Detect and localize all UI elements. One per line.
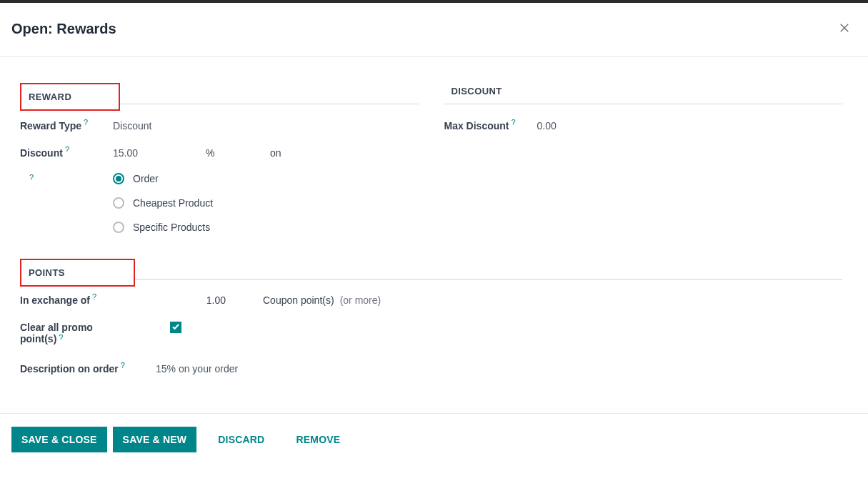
- help-icon[interactable]: ?: [59, 333, 63, 342]
- radio-cheapest-product[interactable]: Cheapest Product: [113, 197, 419, 209]
- discard-button[interactable]: DISCARD: [208, 427, 274, 452]
- exchange-unit: Coupon point(s): [263, 294, 334, 306]
- points-section: POINTS In exchange of? 1.00 Coupon point…: [20, 233, 842, 375]
- max-discount-label: Max Discount?: [444, 120, 537, 132]
- max-discount-value[interactable]: 0.00: [537, 120, 557, 132]
- help-icon[interactable]: ?: [29, 173, 34, 182]
- discount-on-label: on: [270, 147, 281, 159]
- dialog-header: Open: Rewards: [0, 3, 868, 57]
- clear-promo-checkbox[interactable]: [170, 322, 181, 333]
- exchange-label: In exchange of?: [20, 294, 113, 306]
- clear-promo-label: Clear all promo point(s)?: [20, 322, 170, 344]
- discount-row: Discount? 15.00 % on: [20, 147, 419, 159]
- exchange-row: In exchange of? 1.00 Coupon point(s) (or…: [20, 294, 842, 306]
- dialog-body: REWARD Reward Type? Discount Discount? 1…: [0, 57, 868, 389]
- description-value[interactable]: 15% on your order: [156, 363, 238, 375]
- close-icon: [838, 26, 851, 36]
- clear-promo-row: Clear all promo point(s)?: [20, 322, 842, 344]
- help-icon[interactable]: ?: [121, 361, 125, 370]
- max-discount-row: Max Discount? 0.00: [444, 120, 843, 132]
- discount-label: Discount?: [20, 147, 113, 159]
- remove-button[interactable]: REMOVE: [286, 427, 350, 452]
- discount-section-title: DISCOUNT: [444, 57, 843, 104]
- help-icon[interactable]: ?: [512, 118, 516, 127]
- points-section-title: POINTS: [20, 233, 842, 280]
- description-row: Description on order? 15% on your order: [20, 363, 842, 375]
- radio-specific-products[interactable]: Specific Products: [113, 222, 419, 233]
- radio-order[interactable]: Order: [113, 173, 419, 184]
- radio-label: Order: [133, 173, 159, 184]
- reward-section: REWARD Reward Type? Discount Discount? 1…: [20, 57, 419, 233]
- radio-icon: [113, 197, 124, 209]
- exchange-more: (or more): [340, 294, 381, 306]
- help-icon[interactable]: ?: [92, 292, 96, 301]
- discount-value[interactable]: 15.00: [113, 147, 206, 159]
- description-label: Description on order?: [20, 363, 156, 375]
- radio-label: Specific Products: [133, 222, 210, 233]
- reward-type-value[interactable]: Discount: [113, 120, 151, 132]
- radio-icon: [113, 222, 124, 233]
- help-icon[interactable]: ?: [84, 118, 88, 127]
- reward-section-title: REWARD: [20, 57, 419, 104]
- dialog-title: Open: Rewards: [11, 21, 116, 37]
- rewards-dialog: Open: Rewards REWARD Reward Type? Discou…: [0, 3, 868, 465]
- exchange-value[interactable]: 1.00: [113, 294, 234, 306]
- discount-apply-radio-group: Order Cheapest Product Specific Products: [113, 173, 419, 233]
- close-button[interactable]: [835, 19, 854, 39]
- save-new-button[interactable]: SAVE & NEW: [113, 427, 197, 452]
- help-icon[interactable]: ?: [65, 145, 69, 154]
- radio-icon: [113, 173, 124, 184]
- discount-unit[interactable]: %: [206, 147, 270, 159]
- dialog-footer: SAVE & CLOSE SAVE & NEW DISCARD REMOVE: [0, 413, 868, 465]
- reward-type-row: Reward Type? Discount: [20, 120, 419, 132]
- reward-type-label: Reward Type?: [20, 120, 113, 132]
- discount-section: DISCOUNT Max Discount? 0.00: [444, 57, 843, 233]
- radio-label: Cheapest Product: [133, 197, 213, 209]
- save-close-button[interactable]: SAVE & CLOSE: [11, 427, 107, 452]
- check-icon: [171, 322, 180, 333]
